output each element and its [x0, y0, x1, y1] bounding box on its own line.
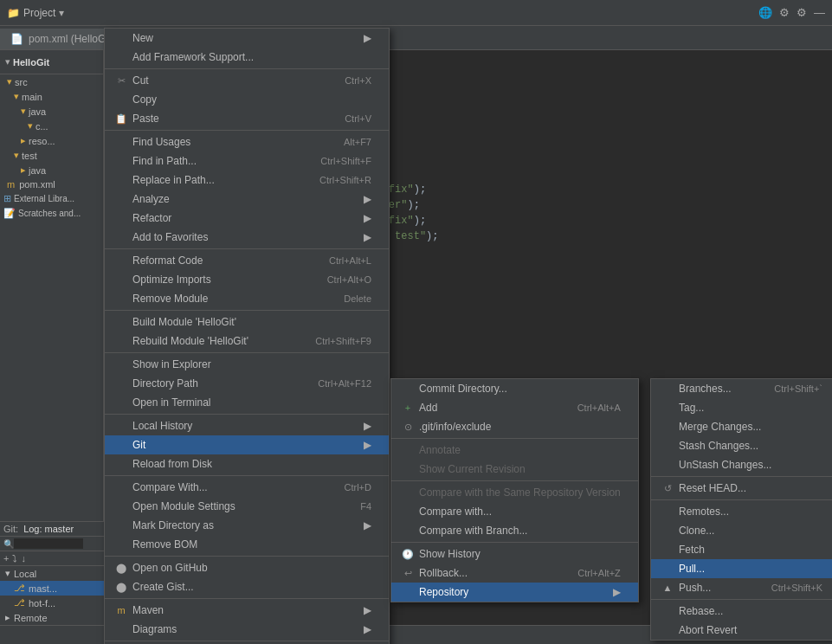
- menu-label-remove-module: Remove Module: [132, 293, 208, 305]
- menu-item-replace-in-path[interactable]: Replace in Path... Ctrl+Shift+R: [105, 171, 389, 190]
- tree-item-pom[interactable]: m pom.xml: [0, 177, 103, 191]
- remote-expand-icon[interactable]: ▸: [5, 612, 10, 623]
- tree-label-com: c...: [35, 121, 48, 132]
- git-menu-compare-branch[interactable]: Compare with Branch...: [391, 521, 638, 540]
- git-menu-show-history[interactable]: 🕐 Show History: [391, 544, 638, 564]
- settings-icon[interactable]: ⚙: [797, 6, 807, 19]
- menu-item-rebuild[interactable]: Rebuild Module 'HelloGit' Ctrl+Shift+F9: [105, 332, 389, 351]
- menu-item-module-settings[interactable]: Open Module Settings F4: [105, 497, 389, 516]
- repo-menu-fetch[interactable]: Fetch: [651, 540, 832, 559]
- repo-menu-abort-revert[interactable]: Abort Revert: [651, 621, 832, 640]
- repo-menu-remotes[interactable]: Remotes...: [651, 502, 832, 521]
- tree-item-ext[interactable]: ⊞ External Libra...: [0, 191, 103, 206]
- menu-item-show-explorer[interactable]: Show in Explorer: [105, 355, 389, 374]
- branch-hotfix[interactable]: ⎇ hot-f...: [0, 596, 107, 610]
- git-menu-label-rollback: Rollback...: [419, 567, 468, 579]
- repo-separator-2: [651, 499, 832, 500]
- repo-menu-label-merge: Merge Changes...: [679, 421, 761, 433]
- menu-item-find-usages[interactable]: Find Usages Alt+F7: [105, 132, 389, 151]
- separator-10: [105, 641, 389, 641]
- menu-item-cut[interactable]: ✂ Cut Ctrl+X: [105, 71, 389, 90]
- menu-item-mark-dir[interactable]: Mark Directory as ▶: [105, 516, 389, 535]
- repo-menu-pull[interactable]: Pull...: [651, 559, 832, 578]
- menu-item-create-gist[interactable]: ⬤ Create Gist...: [105, 577, 389, 596]
- menu-item-remove-bom[interactable]: Remove BOM: [105, 535, 389, 554]
- globe-icon[interactable]: 🌐: [758, 6, 772, 19]
- repo-menu-push[interactable]: ▲ Push... Ctrl+Shift+K: [651, 578, 832, 597]
- menu-item-git[interactable]: Git ▶: [105, 435, 389, 454]
- tree-item-java[interactable]: ▾ java: [0, 104, 103, 119]
- repo-menu-merge[interactable]: Merge Changes...: [651, 417, 832, 436]
- tree-item-scratch[interactable]: 📝 Scratches and...: [0, 206, 103, 221]
- repo-arrow: ▶: [613, 586, 621, 598]
- menu-item-open-terminal[interactable]: Open in Terminal: [105, 393, 389, 412]
- add-branch-icon[interactable]: +: [3, 553, 9, 564]
- menu-item-analyze[interactable]: Analyze ▶: [105, 190, 389, 209]
- local-expand-icon[interactable]: ▾: [5, 568, 10, 579]
- checkout-icon[interactable]: ⤵: [12, 553, 17, 564]
- menu-item-local-history[interactable]: Local History ▶: [105, 416, 389, 435]
- tree-item-reso[interactable]: ▸ reso...: [0, 133, 103, 148]
- repo-menu-rebase[interactable]: Rebase...: [651, 602, 832, 621]
- separator-2: [105, 130, 389, 131]
- menu-item-add-framework[interactable]: Add Framework Support...: [105, 48, 389, 67]
- tree-item-java2[interactable]: ▸ java: [0, 163, 103, 177]
- menu-label-reformat: Reformat Code: [132, 254, 203, 267]
- github-icon: ⬤: [115, 563, 127, 574]
- tree-item-src[interactable]: ▾ src: [0, 74, 103, 89]
- git-menu-commit-dir[interactable]: Commit Directory...: [391, 379, 638, 398]
- separator-8: [105, 556, 389, 557]
- menu-item-refactor[interactable]: Refactor ▶: [105, 209, 389, 228]
- git-search-input[interactable]: [14, 538, 83, 549]
- menu-item-open-github[interactable]: ⬤ Open on GitHub: [105, 558, 389, 577]
- menu-item-remove-module[interactable]: Remove Module Delete: [105, 289, 389, 308]
- repo-menu-tag[interactable]: Tag...: [651, 398, 832, 417]
- repo-menu-clone[interactable]: Clone...: [651, 521, 832, 540]
- menu-item-diagrams[interactable]: Diagrams ▶: [105, 620, 389, 639]
- menu-item-add-favorites[interactable]: Add to Favorites ▶: [105, 228, 389, 247]
- git-arrow: ▶: [364, 439, 371, 451]
- update-icon[interactable]: ↓: [21, 553, 26, 564]
- repo-menu-branches[interactable]: Branches... Ctrl+Shift+`: [651, 379, 832, 398]
- menu-item-new[interactable]: New ▶: [105, 29, 389, 48]
- git-menu-rollback[interactable]: ↩ Rollback... Ctrl+Alt+Z: [391, 564, 638, 583]
- minimize-icon[interactable]: —: [814, 6, 825, 19]
- git-menu-add[interactable]: + Add Ctrl+Alt+A: [391, 398, 638, 417]
- menu-item-dir-path[interactable]: Directory Path Ctrl+Alt+F12: [105, 374, 389, 393]
- structure-icon[interactable]: ⚙: [779, 6, 790, 19]
- repo-menu-reset-head[interactable]: ↺ Reset HEAD...: [651, 479, 832, 498]
- tree-item-test[interactable]: ▾ test: [0, 148, 103, 163]
- menu-item-reformat[interactable]: Reformat Code Ctrl+Alt+L: [105, 251, 389, 270]
- branch-master[interactable]: ⎇ mast...: [0, 581, 107, 596]
- repo-separator-1: [651, 476, 832, 477]
- history-icon: 🕐: [402, 549, 414, 560]
- paste-shortcut: Ctrl+V: [345, 113, 371, 124]
- remote-branch-header[interactable]: ▸ Remote: [0, 610, 107, 625]
- git-separator-1: [391, 438, 638, 439]
- menu-label-replace-in-path: Replace in Path...: [132, 174, 215, 186]
- menu-item-paste[interactable]: 📋 Paste Ctrl+V: [105, 109, 389, 128]
- git-menu-repository[interactable]: Repository ▶: [391, 583, 638, 602]
- tree-item-main[interactable]: ▾ main: [0, 89, 103, 104]
- separator-1: [105, 68, 389, 69]
- menu-item-copy[interactable]: Copy: [105, 90, 389, 109]
- repo-menu-unstash[interactable]: UnStash Changes...: [651, 455, 832, 474]
- repo-menu-label-branches: Branches...: [679, 383, 732, 395]
- menu-label-build: Build Module 'HelloGit': [132, 316, 236, 328]
- menu-item-find-in-path[interactable]: Find in Path... Ctrl+Shift+F: [105, 151, 389, 171]
- repo-menu-stash[interactable]: Stash Changes...: [651, 436, 832, 455]
- local-branch-header: ▾ Local: [0, 566, 107, 581]
- menu-item-reload[interactable]: Reload from Disk: [105, 454, 389, 473]
- tree-label-pom: pom.xml: [19, 179, 55, 190]
- menu-label-mark-dir: Mark Directory as: [132, 519, 214, 531]
- git-menu-compare[interactable]: Compare with...: [391, 502, 638, 521]
- separator-3: [105, 248, 389, 249]
- tree-item-com[interactable]: ▾ c...: [0, 119, 103, 133]
- menu-item-optimize[interactable]: Optimize Imports Ctrl+Alt+O: [105, 270, 389, 289]
- cut-shortcut: Ctrl+X: [345, 75, 371, 86]
- menu-item-compare-with[interactable]: Compare With... Ctrl+D: [105, 478, 389, 497]
- git-menu-exclude[interactable]: ⊙ .git/info/exclude: [391, 417, 638, 436]
- menu-item-maven[interactable]: m Maven ▶: [105, 601, 389, 620]
- menu-item-build[interactable]: Build Module 'HelloGit': [105, 312, 389, 332]
- branch-master-label: mast...: [29, 583, 57, 594]
